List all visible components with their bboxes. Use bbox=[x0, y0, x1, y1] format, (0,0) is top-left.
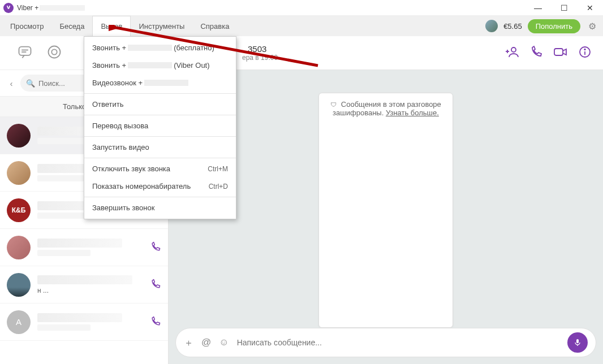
encryption-notice: 🛡 Сообщения в этом разговоре зашифрованы… bbox=[318, 93, 453, 328]
menubar: Просмотр Беседа Вызов Инструменты Справк… bbox=[0, 16, 603, 36]
phone-icon bbox=[150, 316, 161, 328]
dd-mute[interactable]: Отключить звук звонкаCtrl+M bbox=[84, 160, 236, 177]
sticker-icon[interactable]: ☺ bbox=[219, 337, 229, 348]
avatar bbox=[7, 236, 31, 259]
shield-icon: 🛡 bbox=[330, 101, 337, 108]
menu-tools[interactable]: Инструменты bbox=[131, 16, 192, 36]
chat-input-bar: ＋ @ ☺ bbox=[175, 328, 596, 357]
menu-call[interactable]: Вызов bbox=[92, 16, 131, 36]
maximize-button[interactable]: ☐ bbox=[551, 0, 577, 16]
dd-video-call[interactable]: Видеозвонок + bbox=[84, 74, 236, 92]
chat-last-seen: ера в 19:09 bbox=[242, 54, 278, 62]
back-icon[interactable]: ‹ bbox=[6, 79, 17, 88]
discover-tab-icon[interactable] bbox=[46, 44, 62, 62]
user-avatar-small[interactable] bbox=[485, 20, 498, 32]
info-icon[interactable] bbox=[578, 45, 592, 61]
phone-icon bbox=[150, 279, 161, 291]
dd-start-video[interactable]: Запустить видео bbox=[84, 138, 236, 156]
menu-view[interactable]: Просмотр bbox=[2, 16, 51, 36]
topup-button[interactable]: Пополнить bbox=[528, 19, 580, 33]
dd-call-viberout[interactable]: Звонить +(Viber Out) bbox=[84, 57, 236, 74]
window-title: Viber + bbox=[17, 4, 85, 12]
svg-rect-13 bbox=[576, 339, 579, 343]
learn-more-link[interactable]: Узнать больше. bbox=[386, 109, 439, 117]
avatar: К&Б bbox=[7, 198, 31, 222]
search-icon: 🔍 bbox=[26, 79, 35, 88]
avatar bbox=[7, 273, 31, 297]
titlebar: Viber + — ☐ ✕ bbox=[0, 0, 603, 16]
contact-item[interactable]: н ... bbox=[0, 266, 168, 304]
menu-help[interactable]: Справка bbox=[192, 16, 237, 36]
phone-icon bbox=[150, 241, 161, 254]
minimize-button[interactable]: — bbox=[525, 0, 551, 16]
contact-item[interactable] bbox=[0, 229, 168, 266]
video-call-icon[interactable] bbox=[553, 45, 568, 61]
mention-icon[interactable]: @ bbox=[201, 337, 211, 348]
avatar: А bbox=[7, 310, 31, 334]
viber-logo-icon bbox=[3, 3, 14, 13]
svg-point-6 bbox=[511, 47, 516, 52]
message-input[interactable] bbox=[237, 338, 559, 347]
call-dropdown: Звонить +(бесплатно) Звонить +(Viber Out… bbox=[84, 36, 236, 219]
menu-chat[interactable]: Беседа bbox=[51, 16, 92, 36]
svg-point-4 bbox=[49, 46, 61, 58]
dd-call-free[interactable]: Звонить +(бесплатно) bbox=[84, 39, 236, 57]
avatar bbox=[7, 124, 31, 148]
close-button[interactable]: ✕ bbox=[577, 0, 603, 16]
window-controls: — ☐ ✕ bbox=[525, 0, 603, 16]
gear-icon[interactable]: ⚙ bbox=[588, 21, 596, 32]
chat-header-actions bbox=[506, 45, 592, 61]
dd-dialer[interactable]: Показать номеронабирательCtrl+D bbox=[84, 177, 236, 195]
svg-point-12 bbox=[584, 49, 585, 50]
chats-tab-icon[interactable] bbox=[17, 44, 33, 62]
avatar bbox=[7, 161, 31, 185]
attach-icon[interactable]: ＋ bbox=[184, 336, 193, 349]
dd-end-call[interactable]: Завершить звонок bbox=[84, 199, 236, 216]
call-icon[interactable] bbox=[529, 45, 543, 61]
contact-item[interactable]: А bbox=[0, 304, 168, 341]
add-contact-icon[interactable] bbox=[506, 45, 519, 61]
mic-button[interactable] bbox=[567, 332, 588, 353]
svg-point-5 bbox=[51, 49, 57, 54]
svg-rect-1 bbox=[19, 46, 31, 55]
dd-transfer[interactable]: Перевод вызова bbox=[84, 117, 236, 135]
balance: €5.65 bbox=[503, 22, 522, 31]
dd-answer[interactable]: Ответить bbox=[84, 96, 236, 113]
chat-contact-name: X3503 bbox=[242, 44, 278, 54]
svg-rect-9 bbox=[554, 49, 563, 55]
